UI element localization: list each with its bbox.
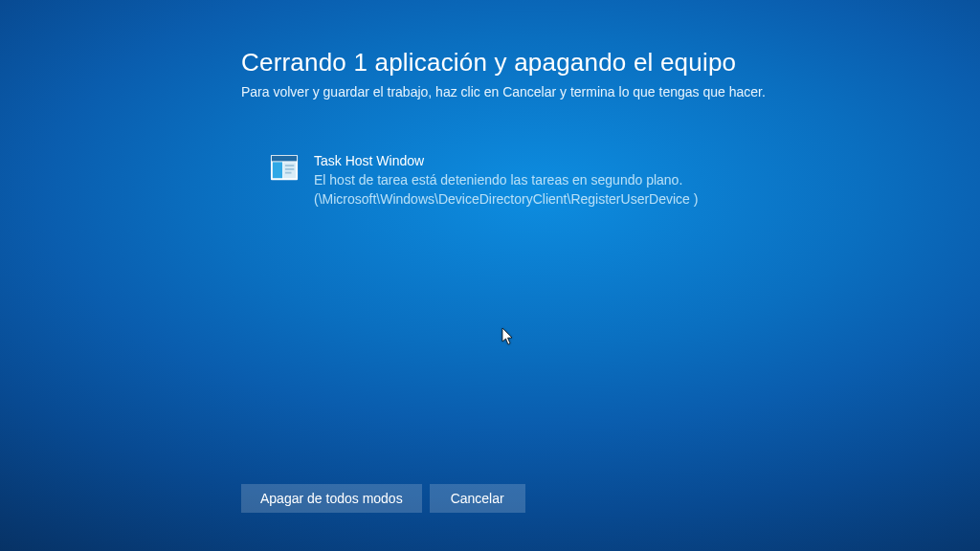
cursor-icon [501, 327, 515, 346]
page-subtitle: Para volver y guardar el trabajo, haz cl… [241, 83, 777, 101]
shutdown-anyway-button[interactable]: Apagar de todos modos [241, 484, 422, 513]
cancel-button[interactable]: Cancelar [430, 484, 525, 513]
svg-rect-6 [285, 172, 292, 174]
svg-rect-5 [285, 168, 294, 170]
svg-rect-4 [285, 165, 294, 166]
action-buttons: Apagar de todos modos Cancelar [241, 484, 525, 513]
window-app-icon [270, 153, 299, 182]
app-path: (\Microsoft\Windows\DeviceDirectoryClien… [314, 189, 698, 209]
blocking-app-text: Task Host Window El host de tarea está d… [314, 151, 698, 209]
app-description: El host de tarea está deteniendo las tar… [314, 170, 698, 189]
blocking-app-item: Task Host Window El host de tarea está d… [241, 151, 854, 209]
svg-rect-2 [273, 162, 282, 178]
app-name: Task Host Window [314, 151, 698, 170]
shutdown-dialog-content: Cerrando 1 aplicación y apagando el equi… [241, 48, 854, 209]
svg-rect-1 [272, 156, 297, 162]
page-title: Cerrando 1 aplicación y apagando el equi… [241, 48, 854, 77]
